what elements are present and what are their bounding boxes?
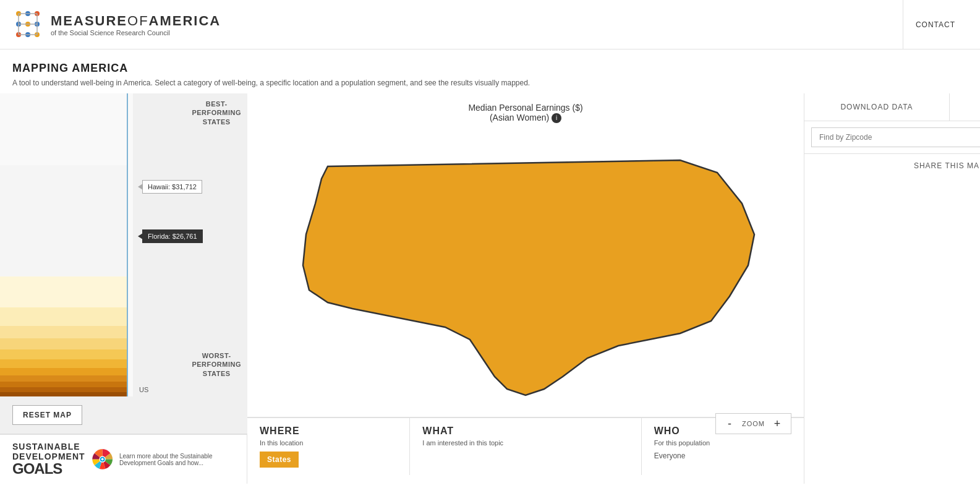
download-data-button[interactable]: DOWNLOAD DATA (804, 93, 950, 121)
bar-segment-11 (0, 276, 127, 307)
zoom-out-button[interactable]: - (722, 416, 737, 431)
main-content: BEST-PERFORMINGSTATES WORST-PERFORMINGST… (0, 93, 980, 484)
bar-segment-8 (0, 338, 127, 349)
zoom-controls: - ZOOM + (715, 413, 791, 434)
svg-point-22 (101, 458, 103, 461)
map-area: Median Personal Earnings ($) (Asian Wome… (247, 93, 804, 484)
logo-text: MEASUREOFAMERICA of the Social Science R… (51, 13, 221, 36)
logo-area: MEASUREOFAMERICA of the Social Science R… (12, 7, 221, 41)
logo-icon (12, 7, 43, 41)
us-map-svg[interactable] (247, 142, 804, 408)
left-panel: BEST-PERFORMINGSTATES WORST-PERFORMINGST… (0, 93, 247, 484)
where-section: WHERE In this location States (247, 418, 410, 475)
reset-area: RESET MAP (0, 396, 247, 434)
what-section: WHAT I am interested in this topic (410, 418, 641, 475)
right-panel: DOWNLOAD DATA TUTORIAL SHARE THIS MAP (804, 93, 980, 484)
us-label: US (139, 386, 148, 393)
bar-label-area: BEST-PERFORMINGSTATES WORST-PERFORMINGST… (133, 93, 247, 396)
logo-title: MEASUREOFAMERICA (51, 13, 221, 29)
bar-stack (0, 93, 127, 396)
bar-segment-10 (0, 307, 127, 326)
bar-segment-2 (0, 387, 127, 392)
zoom-in-button[interactable]: + (770, 416, 785, 431)
sdg-description: Learn more about the Sustainable Develop… (119, 453, 234, 466)
bar-segment-9 (0, 326, 127, 338)
sdg-title-line1: SUSTAINABLE (12, 442, 85, 452)
map-title-line1: Median Personal Earnings ($) (257, 103, 795, 113)
us-marker-line (127, 93, 128, 396)
zoom-label: ZOOM (742, 420, 765, 427)
bars-area (0, 93, 133, 396)
bar-segment-5 (0, 368, 127, 375)
where-label: WHERE (260, 426, 397, 437)
bar-segment-4 (0, 375, 127, 382)
reset-map-button[interactable]: RESET MAP (12, 405, 82, 425)
sdg-section: SUSTAINABLE DEVELOPMENT GOALS (0, 434, 247, 484)
chart-container: BEST-PERFORMINGSTATES WORST-PERFORMINGST… (0, 93, 247, 396)
best-performing-label: BEST-PERFORMINGSTATES (192, 100, 241, 126)
bar-segment-6 (0, 359, 127, 368)
header: MEASUREOFAMERICA of the Social Science R… (0, 0, 980, 49)
tooltip-florida: Florida: $26,761 (142, 229, 203, 243)
bar-chart: BEST-PERFORMINGSTATES WORST-PERFORMINGST… (0, 93, 247, 396)
what-sublabel: I am interested in this topic (422, 439, 628, 447)
florida-shape[interactable] (303, 160, 754, 395)
who-value[interactable]: Everyone (654, 452, 791, 460)
map-title: Median Personal Earnings ($) (Asian Wome… (247, 93, 804, 132)
map-svg-container (247, 132, 804, 417)
bar-segment-12 (0, 165, 127, 276)
page-description: A tool to understand well-being in Ameri… (12, 79, 968, 87)
tooltip-hawaii: Hawaii: $31,712 (142, 180, 202, 194)
sdg-title-line3: GOALS (12, 461, 85, 476)
page-title-area: MAPPING AMERICA A tool to understand wel… (0, 49, 980, 93)
map-title-line2: (Asian Women) i (257, 113, 795, 123)
contact-button[interactable]: CONTACT (903, 0, 968, 49)
what-label: WHAT (422, 426, 628, 437)
worst-performing-label: WORST-PERFORMINGSTATES (192, 351, 241, 378)
bar-segment-3 (0, 382, 127, 387)
info-icon[interactable]: i (552, 113, 561, 123)
right-panel-inner (804, 121, 980, 153)
bar-segment-7 (0, 349, 127, 359)
where-sublabel: In this location (260, 439, 397, 447)
share-map-button[interactable]: SHARE THIS MAP (804, 153, 980, 178)
page-title: MAPPING AMERICA (12, 62, 968, 75)
bar-segment-1 (0, 392, 127, 396)
zipcode-input[interactable] (811, 127, 980, 147)
tutorial-button[interactable]: TUTORIAL (950, 93, 980, 121)
where-value[interactable]: States (260, 452, 299, 468)
who-sublabel: For this population (654, 439, 791, 447)
sdg-wheel-icon (92, 442, 113, 476)
action-buttons: DOWNLOAD DATA TUTORIAL (804, 93, 980, 121)
logo-subtitle: of the Social Science Research Council (51, 29, 221, 36)
sdg-text: SUSTAINABLE DEVELOPMENT GOALS (12, 442, 85, 476)
